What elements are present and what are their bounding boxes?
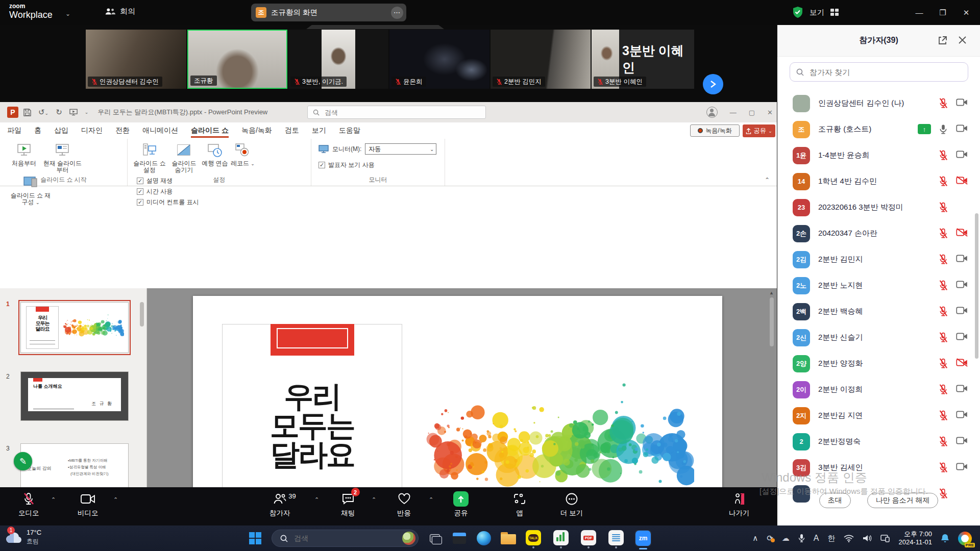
mic-muted-icon[interactable] [938,254,948,267]
camera-off-icon[interactable] [956,176,968,187]
account-icon[interactable] [706,107,718,118]
mic-muted-icon[interactable] [938,332,948,345]
video-tile[interactable]: 윤은희 [389,30,489,89]
from-current-slide-button[interactable]: 현재 슬라이드부터 [42,141,83,173]
audio-button[interactable]: 오디오 [18,491,39,518]
participant-row[interactable]: 인권상담센터 김수인 (나) [777,90,980,116]
onedrive-icon[interactable]: ☁ [782,534,790,543]
mic-muted-icon[interactable] [938,98,948,111]
ime-mode-a[interactable]: A [814,534,819,543]
camera-off-icon[interactable] [956,358,968,369]
camera-on-icon[interactable] [956,306,968,317]
participant-row[interactable]: 23202320616 3분반 박정미 [777,194,980,220]
camera-on-icon[interactable] [956,124,968,135]
participant-row[interactable]: 141학년 4반 김수민 [777,168,980,194]
ppt-minimize-icon[interactable]: — [730,109,737,116]
wifi-icon[interactable] [844,535,854,542]
participant-row[interactable]: 2노2분반 노지현 [777,272,980,298]
ppt-tab-디자인[interactable]: 디자인 [81,122,103,139]
reactions-chevron[interactable]: ⌃ [429,496,433,503]
audio-options-chevron[interactable]: ⌃ [51,496,56,503]
notes-app-icon[interactable] [608,530,624,545]
participant-row[interactable]: 2양2분반 양정화 [777,350,980,377]
next-videos-button[interactable] [703,74,723,94]
ppt-tab-보기[interactable]: 보기 [312,122,326,139]
hide-slide-button[interactable]: 슬라이드 숨기기 [168,141,199,173]
use-timings-checkbox[interactable]: ✓시간 사용 [137,186,199,197]
video-tile[interactable]: 인권상담센터 김수인 [86,30,186,89]
clock[interactable]: 오후 7:00 2024-11-01 [898,530,932,546]
ppt-tab-애니메이션[interactable]: 애니메이션 [142,122,178,139]
spreadsheet-app-icon[interactable] [553,530,569,545]
pdf-app-icon[interactable]: PDF [581,530,596,545]
video-tile[interactable]: 3분반 이혜인3분반 이혜인 [592,30,694,89]
scroll-up-icon[interactable]: ▲ [769,290,774,295]
camera-on-icon[interactable] [956,150,968,161]
slide-thumbnail-2[interactable]: 나를 소개해요 조 규 황 [20,371,129,421]
mic-muted-icon[interactable] [938,176,948,189]
undo-icon[interactable]: ↺⌄ [38,108,48,117]
tray-expand-icon[interactable]: ∧ [752,534,758,543]
mic-muted-icon[interactable] [938,410,948,423]
rehearse-timings-button[interactable]: 예행 연습 [202,141,228,167]
participant-row[interactable]: 2신2분반 신슬기 [777,324,980,350]
slideshow-icon[interactable] [69,109,78,116]
popout-icon[interactable] [938,36,947,45]
tray-mic-icon[interactable] [798,534,805,543]
ppt-tab-홈[interactable]: 홈 [34,122,41,139]
ppt-tab-검토[interactable]: 검토 [285,122,299,139]
monitor-dropdown[interactable]: 자동⌄ [365,143,436,155]
video-options-chevron[interactable]: ⌃ [113,496,118,503]
shared-screen-tab[interactable]: 조 조규황의 화면 ⋯ [251,4,406,21]
kakaotalk-icon[interactable]: TALK [526,530,541,545]
camera-on-icon[interactable] [956,280,968,291]
reactions-button[interactable]: 반응 [397,491,411,518]
restore-button[interactable]: ❐ [931,8,954,17]
save-icon[interactable] [23,109,31,116]
participant-search[interactable] [790,62,968,82]
camera-on-icon[interactable] [956,384,968,395]
settings-app-icon[interactable] [451,530,468,546]
mic-muted-icon[interactable] [938,150,948,163]
participant-row[interactable]: 2손20420347 손아란 [777,220,980,246]
start-button[interactable] [249,532,261,544]
participant-row[interactable]: 2김2분반 김민지 [777,246,980,272]
chevron-down-icon[interactable]: ⌄ [65,10,70,17]
record-toggle[interactable]: 녹음/녹화 [690,124,740,137]
mic-muted-icon[interactable] [938,462,948,475]
camera-on-icon[interactable] [956,410,968,421]
mic-muted-icon[interactable] [938,202,948,215]
slide-thumbnail-1[interactable]: 우리모두는달라요 [20,302,129,353]
ppt-tab-슬라이드-쇼[interactable]: 슬라이드 쇼 [191,122,229,139]
apps-button[interactable]: 앱 [513,491,526,518]
scroll-thumb[interactable] [770,297,774,346]
ppt-share-button[interactable]: 공유⌄ [743,124,775,137]
participant-row[interactable]: 2지2분반김 지연 [777,403,980,429]
notification-bell-icon[interactable] [941,534,949,543]
ppt-tab-도움말[interactable]: 도움말 [339,122,360,139]
camera-on-icon[interactable] [956,436,968,447]
redo-icon[interactable]: ↻ [56,108,62,117]
record-slideshow-button[interactable]: 레코드 ⌄ [230,141,255,167]
ppt-search-box[interactable] [307,106,486,119]
participant-row[interactable]: 2백2분반 백승혜 [777,298,980,324]
camera-off-icon[interactable] [956,228,968,239]
ppt-tab-삽입[interactable]: 삽입 [54,122,68,139]
minimize-button[interactable]: — [908,8,931,17]
panel-scrollbar[interactable] [975,213,978,359]
volume-icon[interactable] [863,534,872,542]
taskbar-search-input[interactable] [293,534,390,543]
view-grid-icon[interactable] [830,9,839,16]
camera-on-icon[interactable] [956,98,968,109]
meeting-tab[interactable]: 회의 [105,7,135,16]
mic-muted-icon[interactable] [938,280,948,293]
ppt-tab-전환[interactable]: 전환 [115,122,130,139]
thumbnail-scrollbar[interactable] [140,302,144,327]
mic-muted-icon[interactable] [938,384,948,397]
ime-korean[interactable]: 한 [827,534,835,543]
video-tile[interactable]: 조규황 [187,30,287,89]
zoom-app-icon[interactable]: zm [635,530,651,546]
from-beginning-button[interactable]: 처음부터 [8,141,40,167]
ppt-tab-녹음-녹화[interactable]: 녹음/녹화 [241,122,272,139]
collapse-ribbon-icon[interactable]: ⌃ [765,177,770,184]
